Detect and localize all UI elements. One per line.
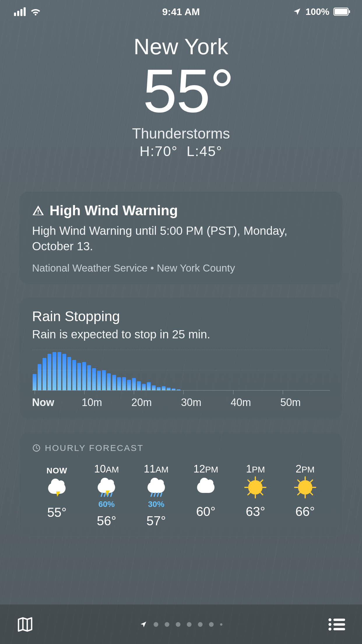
hourly-item: 12PM60° (181, 463, 231, 528)
chart-x-tick: 50m (280, 396, 330, 409)
minute-bar (206, 350, 211, 390)
minute-bar (176, 350, 181, 390)
minute-bar (181, 350, 186, 390)
minute-bar (62, 350, 67, 390)
minute-bar (191, 350, 196, 390)
sunny-icon (298, 478, 312, 497)
minute-bar (240, 350, 245, 390)
minute-bar (131, 350, 136, 390)
hourly-item: 1PM63° (231, 463, 280, 528)
high-low-temps: H:70° L:45° (0, 143, 362, 159)
minute-bar (221, 350, 226, 390)
bottom-toolbar (0, 604, 362, 644)
page-dot[interactable] (165, 622, 169, 627)
hourly-item: 11AM30%57° (131, 463, 181, 528)
chart-x-tick: 10m (82, 396, 131, 409)
minute-bar (141, 350, 146, 390)
current-weather-hero: New York 55° Thunderstorms H:70° L:45° (0, 23, 362, 159)
svg-point-8 (328, 628, 331, 631)
minute-bar (245, 350, 250, 390)
minute-bar (315, 350, 320, 390)
hourly-forecast-card[interactable]: HOURLY FORECAST Now55°10AM60%56°11AM30%5… (19, 432, 343, 537)
locations-list-button[interactable] (328, 618, 346, 631)
minute-precipitation-chart: Now10m20m30m40m50m (32, 350, 330, 409)
minute-bar (186, 350, 191, 390)
minute-bar (126, 350, 131, 390)
minute-bar (166, 350, 171, 390)
minute-bar (295, 350, 300, 390)
page-dot[interactable] (154, 622, 158, 627)
minute-bar (32, 350, 37, 390)
minute-bar (106, 350, 111, 390)
minute-bar (231, 350, 236, 390)
minute-bar (310, 350, 315, 390)
hour-label: 12PM (194, 463, 218, 475)
alert-body: High Wind Warning until 5:00 PM (PST), M… (32, 223, 330, 254)
page-indicator[interactable] (140, 621, 222, 628)
minute-bar (250, 350, 255, 390)
chart-x-tick: Now (32, 396, 82, 409)
minute-bar (42, 350, 47, 390)
minute-bar (226, 350, 231, 390)
rain-forecast-card[interactable]: Rain Stopping Rain is expected to stop i… (19, 297, 343, 419)
minute-bar (305, 350, 310, 390)
precip-chance: 60% (98, 500, 115, 509)
minute-bar (57, 350, 62, 390)
low-temp: L:45° (187, 144, 222, 159)
weather-alert-card[interactable]: High Wind Warning High Wind Warning unti… (19, 191, 343, 284)
svg-point-6 (328, 623, 331, 626)
minute-bar (196, 350, 201, 390)
minute-bar (52, 350, 57, 390)
hourly-item: Now55° (32, 463, 82, 528)
minute-bar (82, 350, 87, 390)
minute-bar (270, 350, 275, 390)
page-dot[interactable] (176, 622, 180, 627)
minute-bar (216, 350, 221, 390)
map-button[interactable] (16, 616, 34, 633)
minute-bar (161, 350, 166, 390)
precip-chance: 30% (148, 500, 164, 509)
page-dot[interactable] (209, 622, 214, 627)
location-name: New York (0, 34, 362, 59)
minute-bar (101, 350, 106, 390)
rain-card-subtitle: Rain is expected to stop in 25 min. (32, 328, 330, 341)
hourly-item: 2PM66° (280, 463, 330, 528)
alert-source: National Weather Service • New York Coun… (32, 262, 330, 274)
minute-bar (156, 350, 161, 390)
hour-temp: 60° (196, 504, 216, 519)
battery-icon (333, 8, 350, 16)
svg-rect-9 (333, 628, 345, 630)
alert-title: High Wind Warning (50, 202, 178, 218)
sunny-icon (248, 478, 262, 497)
current-temperature: 55° (128, 60, 234, 122)
minute-bar (275, 350, 280, 390)
minute-bar (96, 350, 101, 390)
hour-label: 1PM (246, 463, 265, 475)
minute-bar (112, 350, 117, 390)
cloudy-icon (197, 478, 215, 497)
page-dot[interactable] (198, 622, 203, 627)
status-bar: 9:41 AM 100% (0, 0, 362, 23)
battery-percent: 100% (305, 6, 329, 17)
minute-bar (255, 350, 260, 390)
svg-rect-7 (333, 623, 345, 626)
rain-icon (147, 478, 165, 497)
hour-temp: 56° (97, 514, 116, 528)
page-dot[interactable] (220, 623, 222, 626)
page-dot[interactable] (187, 622, 191, 627)
hourly-item: 10AM60%56° (82, 463, 131, 528)
minute-bar (122, 350, 126, 390)
minute-bar (37, 350, 42, 390)
hour-temp: 57° (147, 514, 166, 528)
minute-bar (265, 350, 270, 390)
minute-bar (136, 350, 141, 390)
minute-bar (325, 350, 330, 390)
wifi-icon (30, 7, 41, 16)
minute-bar (77, 350, 82, 390)
current-location-page-icon[interactable] (140, 621, 147, 628)
minute-bar (280, 350, 285, 390)
hour-label: 2PM (296, 463, 314, 475)
minute-bar (87, 350, 92, 390)
svg-point-4 (328, 618, 331, 621)
status-time: 9:41 AM (162, 6, 200, 18)
